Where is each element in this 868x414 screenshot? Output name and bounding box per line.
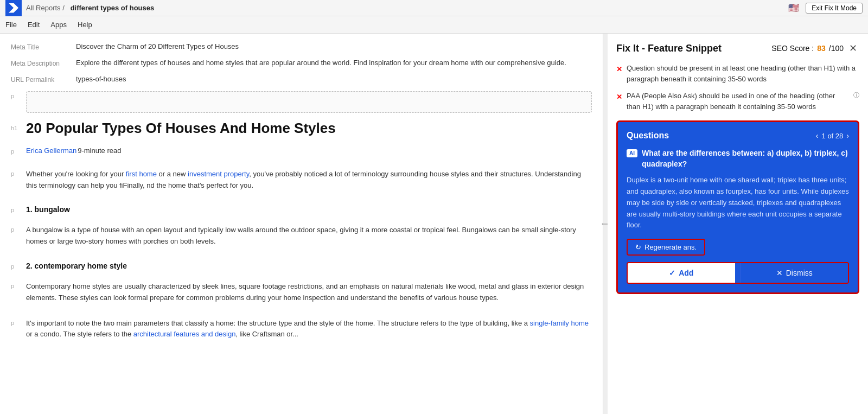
- breadcrumb-prefix: All Reports /: [26, 4, 65, 12]
- pagination: ‹ 1 of 28 ›: [816, 131, 849, 140]
- regenerate-button[interactable]: ↻ Regenerate ans.: [627, 239, 705, 256]
- dismiss-x-icon: ✕: [776, 269, 783, 277]
- section2-heading-block: p 2. contemporary home style: [11, 262, 592, 275]
- menu-apps[interactable]: Apps: [50, 18, 67, 31]
- app-logo[interactable]: [5, 0, 22, 16]
- top-bar: All Reports / different types of houses …: [0, 0, 868, 16]
- info-icon: ⓘ: [853, 91, 859, 100]
- p-tag-s2p: p: [11, 281, 22, 289]
- section1-para-block: p A bungalow is a type of house with an …: [11, 225, 592, 255]
- meta-permalink-label: URL Permalink: [11, 75, 76, 84]
- x-icon-1: ✕: [616, 64, 622, 75]
- p-tag-s3p: p: [11, 318, 22, 326]
- seo-score-block: SEO Score : 83 /100 ✕: [771, 42, 859, 54]
- flag-icon: 🇺🇸: [788, 3, 799, 13]
- pagination-current: 1: [822, 132, 826, 140]
- checklist-text-1: Question should be present in at least o…: [627, 63, 859, 84]
- para1-block: p Whether you're looking for your first …: [11, 169, 592, 199]
- dismiss-button[interactable]: ✕ Dismiss: [741, 263, 848, 283]
- meta-description-label: Meta Description: [11, 59, 76, 67]
- pagination-of: of: [827, 132, 835, 140]
- section1-heading-block: p 1. bungalow: [11, 205, 592, 218]
- action-row: ✓ Add ✕ Dismiss: [627, 262, 849, 284]
- main-layout: Meta Title Discover the Charm of 20 Diff…: [0, 34, 868, 414]
- dismiss-label: Dismiss: [786, 269, 813, 277]
- section2-para: Contemporary home styles are usually cha…: [26, 281, 592, 304]
- meta-permalink-row: URL Permalink types-of-houses: [11, 75, 592, 84]
- h1-block: h1 20 Popular Types Of Houses And Home S…: [11, 119, 592, 138]
- p-tag-author: p: [11, 147, 22, 155]
- questions-card-header: Questions ‹ 1 of 28 ›: [627, 131, 849, 141]
- questions-card: Questions ‹ 1 of 28 › AI What are the di…: [616, 120, 859, 294]
- meta-description-value: Explore the different types of houses an…: [76, 59, 566, 67]
- pagination-total: 28: [835, 132, 843, 140]
- question-text: What are the differences between: a) dup…: [642, 148, 849, 169]
- next-page-button[interactable]: ›: [846, 131, 849, 140]
- investment-property-link[interactable]: investment property: [188, 170, 249, 178]
- empty-paragraph-box[interactable]: [26, 91, 592, 113]
- left-content-area: Meta Title Discover the Charm of 20 Diff…: [0, 34, 603, 414]
- add-button[interactable]: ✓ Add: [628, 263, 735, 283]
- menu-edit[interactable]: Edit: [28, 18, 40, 31]
- h1-tag: h1: [11, 119, 22, 131]
- resize-handle[interactable]: ⟺: [603, 34, 608, 414]
- checklist: ✕ Question should be present in at least…: [616, 63, 859, 112]
- seo-score-number: 83: [817, 44, 826, 53]
- add-check-icon: ✓: [669, 269, 675, 277]
- body-para-1: Whether you're looking for your first ho…: [26, 169, 592, 192]
- single-family-link[interactable]: single-family home: [530, 319, 589, 327]
- add-label: Add: [679, 269, 693, 277]
- regen-icon: ↻: [635, 243, 641, 251]
- section2-heading: 2. contemporary home style: [26, 262, 127, 270]
- meta-title-label: Meta Title: [11, 42, 76, 51]
- first-home-link[interactable]: first home: [126, 170, 157, 178]
- meta-description-row: Meta Description Explore the different t…: [11, 59, 592, 67]
- menu-help[interactable]: Help: [78, 18, 92, 31]
- exit-fix-it-button[interactable]: Exit Fix It Mode: [806, 3, 863, 14]
- empty-p-block: p: [11, 91, 592, 113]
- architectural-features-link[interactable]: architectural features and design: [133, 330, 236, 338]
- section1-para: A bungalow is a type of house with an op…: [26, 225, 592, 247]
- panel-title: Fix It - Feature Snippet: [616, 43, 722, 54]
- question-row: AI What are the differences between: a) …: [627, 148, 849, 169]
- section1-heading: 1. bungalow: [26, 205, 70, 214]
- p-tag-s1p: p: [11, 225, 22, 233]
- ai-badge: AI: [627, 149, 637, 157]
- regen-label: Regenerate ans.: [644, 243, 697, 251]
- menu-bar: File Edit Apps Help: [0, 16, 868, 34]
- panel-header: Fix It - Feature Snippet SEO Score : 83 …: [616, 42, 859, 54]
- author-line-block: p Erica Gellerman 9-minute read: [11, 147, 592, 162]
- section3-para-block: p It's important to note the two main pa…: [11, 318, 592, 348]
- p-tag-1: p: [11, 169, 22, 177]
- p-tag-s1h: p: [11, 205, 22, 213]
- prev-page-button[interactable]: ‹: [816, 131, 819, 140]
- seo-label: SEO Score :: [771, 44, 814, 53]
- x-icon-2: ✕: [616, 92, 622, 103]
- read-time: 9-minute read: [78, 147, 121, 155]
- breadcrumb: All Reports / different types of houses: [26, 4, 782, 12]
- p-tag-empty: p: [11, 91, 22, 99]
- author-info: Erica Gellerman 9-minute read: [26, 147, 121, 155]
- answer-text: Duplex is a two-unit home with one share…: [627, 175, 849, 231]
- page-main-heading: 20 Popular Types Of Houses And Home Styl…: [26, 119, 336, 138]
- pagination-text: 1 of 28: [822, 132, 844, 140]
- section3-para: It's important to note the two main para…: [26, 318, 592, 341]
- checklist-item-2: ✕ PAA (People Also Ask) should be used i…: [616, 91, 859, 112]
- logo-icon: [9, 3, 18, 13]
- p-tag-s2h: p: [11, 262, 22, 270]
- meta-title-value: Discover the Charm of 20 Different Types…: [76, 42, 239, 50]
- menu-file[interactable]: File: [5, 18, 17, 31]
- author-link[interactable]: Erica Gellerman: [26, 147, 76, 155]
- questions-card-title: Questions: [627, 131, 669, 141]
- right-panel: Fix It - Feature Snippet SEO Score : 83 …: [608, 34, 868, 414]
- meta-title-row: Meta Title Discover the Charm of 20 Diff…: [11, 42, 592, 51]
- checklist-text-2: PAA (People Also Ask) should be used in …: [627, 91, 849, 112]
- section2-para-block: p Contemporary home styles are usually c…: [11, 281, 592, 311]
- checklist-item-1: ✕ Question should be present in at least…: [616, 63, 859, 84]
- breadcrumb-current: different types of houses: [71, 4, 155, 12]
- meta-permalink-value: types-of-houses: [76, 75, 126, 83]
- panel-close-button[interactable]: ✕: [847, 42, 859, 54]
- seo-score-total: /100: [829, 44, 844, 53]
